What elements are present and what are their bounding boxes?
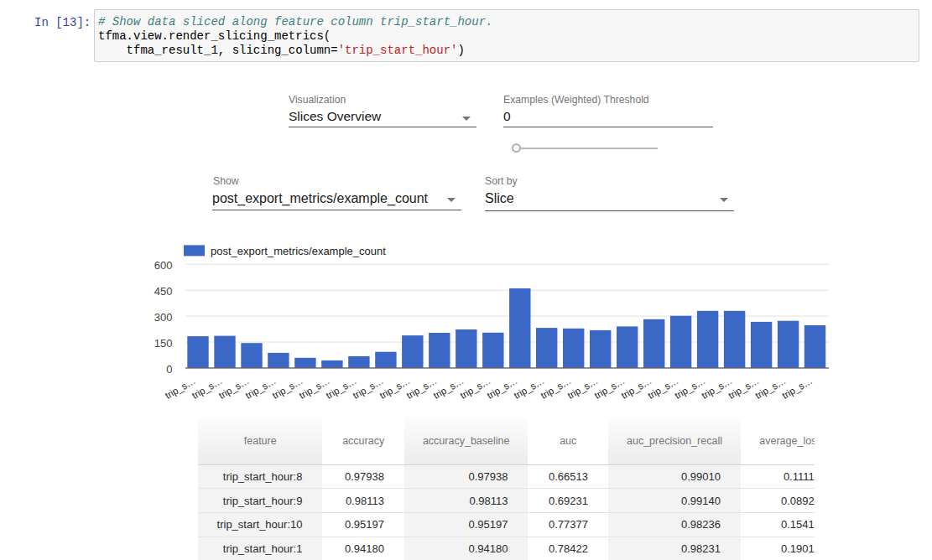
svg-text:450: 450 bbox=[154, 285, 173, 298]
svg-text:600: 600 bbox=[154, 259, 173, 272]
svg-text:trip_s…: trip_s… bbox=[780, 376, 814, 401]
svg-text:150: 150 bbox=[154, 337, 173, 350]
svg-text:0: 0 bbox=[166, 363, 172, 376]
svg-text:post_export_metrics/example_co: post_export_metrics/example_count bbox=[211, 245, 386, 257]
svg-text:300: 300 bbox=[154, 311, 173, 324]
